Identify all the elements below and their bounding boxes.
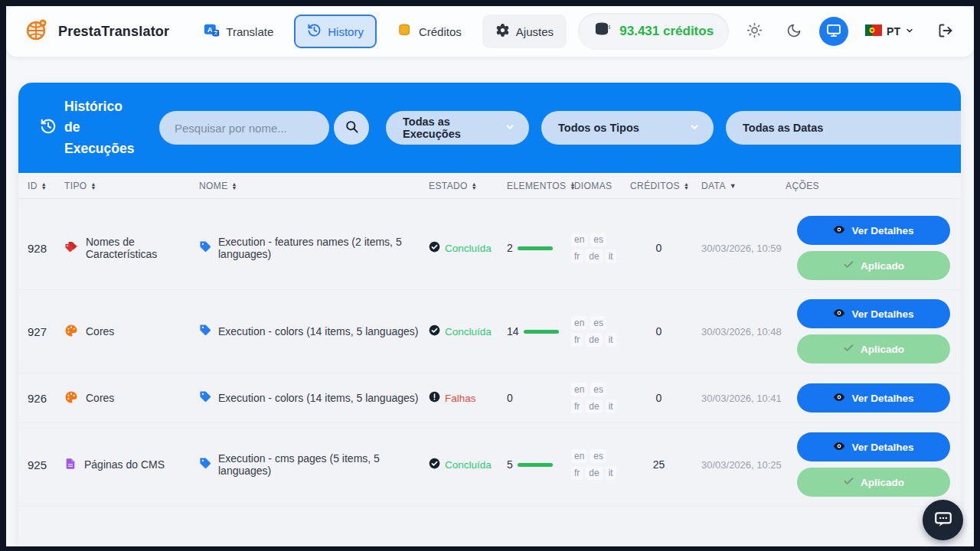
chevron-down-icon (689, 122, 700, 135)
nav-right-group: 93.431 créditos (578, 13, 960, 50)
search-input[interactable] (159, 111, 329, 145)
nav-item-label: Translate (226, 25, 273, 38)
search-button[interactable] (334, 111, 369, 145)
applied-button[interactable]: Aplicado (797, 334, 950, 364)
row-credits: 0 (630, 392, 701, 404)
cms-page-icon (64, 457, 77, 473)
filter-types-dropdown[interactable]: Todos os Tipos (541, 111, 714, 145)
nav-item-credits[interactable]: Créditos (384, 15, 475, 49)
row-credits: 0 (630, 325, 701, 337)
table-row: 927 Cores Executio (18, 290, 961, 373)
page-title: Histórico de Execuções (64, 96, 141, 158)
sort-desc-icon: ▼ (730, 182, 737, 190)
row-name-label: Execution - features names (2 items, 5 l… (218, 236, 429, 260)
column-header-creditos[interactable]: CRÉDITOS ▲▼ (630, 181, 701, 191)
nav-menu: A Translate History (191, 14, 567, 49)
nav-item-history[interactable]: History (294, 15, 377, 48)
column-header-tipo[interactable]: TIPO ▲▼ (64, 181, 199, 191)
column-header-acoes: AÇÕES (786, 181, 952, 191)
eye-icon (833, 440, 845, 455)
row-type-label: Páginas do CMS (84, 458, 165, 471)
check-icon (843, 342, 854, 356)
chevron-down-icon (505, 122, 515, 135)
nav-item-label: Créditos (419, 25, 462, 38)
gear-icon (495, 23, 510, 40)
language-code: PT (887, 25, 900, 37)
row-name-label: Execution - colors (14 items, 5 language… (218, 325, 418, 337)
applied-button[interactable]: Aplicado (797, 251, 950, 280)
row-languages: en es fr de it (571, 449, 619, 480)
chat-bubble-icon (933, 509, 953, 531)
chevron-down-icon (905, 24, 914, 38)
history-panel-header: Histórico de Execuções Todas as Execuçõe… (18, 83, 961, 173)
row-name-label: Execution - cms pages (5 items, 5 langua… (218, 452, 429, 477)
row-date: 30/03/2026, 10:48 (701, 326, 786, 337)
credits-balance-pill[interactable]: 93.431 créditos (578, 13, 729, 50)
nav-item-label: History (328, 25, 364, 38)
row-date: 30/03/2026, 10:41 (701, 393, 786, 404)
row-id: 927 (28, 325, 64, 338)
brand-link[interactable]: PrestaTranslator (24, 18, 169, 45)
logout-button[interactable] (931, 17, 960, 46)
language-selector[interactable]: PT (859, 20, 920, 44)
progress-bar (524, 330, 559, 334)
applied-button[interactable]: Aplicado (797, 468, 950, 497)
table-header-row: ID ▲▼ TIPO ▲▼ NOME ▲▼ ESTADO ▲▼ ELEMENTO… (18, 173, 961, 199)
top-navbar: PrestaTranslator A Translate (6, 6, 974, 57)
moon-icon (786, 23, 802, 41)
check-circle-icon (429, 324, 440, 338)
history-icon (307, 23, 322, 40)
view-details-button[interactable]: Ver Detalhes (797, 299, 950, 328)
check-circle-icon (429, 241, 440, 255)
filter-executions-value: Todas as Execuções (403, 116, 494, 140)
monitor-icon (826, 23, 841, 41)
column-header-estado[interactable]: ESTADO ▲▼ (429, 181, 507, 191)
sun-icon (746, 22, 763, 41)
row-credits: 25 (630, 458, 701, 471)
row-id: 926 (28, 392, 64, 405)
progress-bar (518, 463, 553, 467)
view-details-button[interactable]: Ver Detalhes (797, 383, 950, 412)
nav-item-settings[interactable]: Ajustes (482, 15, 567, 48)
column-header-nome[interactable]: NOME ▲▼ (199, 181, 429, 191)
check-icon (843, 259, 854, 272)
page: PrestaTranslator A Translate (6, 6, 974, 546)
table-row: 925 Páginas do CMS (18, 423, 961, 507)
theme-light-button[interactable] (740, 17, 769, 46)
theme-system-button[interactable] (819, 17, 848, 46)
row-type-label: Cores (86, 392, 114, 404)
nav-item-translate[interactable]: A Translate (191, 14, 286, 49)
nav-item-label: Ajustes (516, 25, 554, 38)
chat-support-button[interactable] (923, 500, 963, 540)
row-type-label: Nomes de Características (86, 236, 199, 260)
view-details-button[interactable]: Ver Detalhes (797, 216, 950, 245)
sort-icon: ▲▼ (41, 182, 47, 190)
row-elements-count: 2 (507, 242, 513, 254)
sort-icon: ▲▼ (684, 182, 689, 190)
column-header-id[interactable]: ID ▲▼ (28, 181, 64, 191)
table-row: 928 Nomes de Características (18, 199, 961, 290)
coins-dark-icon (593, 21, 612, 42)
theme-dark-button[interactable] (779, 17, 808, 46)
row-status-label: Concluída (445, 459, 492, 471)
tag-icon (199, 240, 212, 256)
filter-dates-input[interactable]: Todas as Datas (726, 111, 961, 145)
portugal-flag-icon (865, 24, 882, 39)
filter-executions-dropdown[interactable]: Todas as Execuções (386, 111, 529, 145)
column-header-elementos[interactable]: ELEMENTOS ▲▼ (507, 181, 571, 191)
column-header-data[interactable]: DATA ▼ (701, 181, 786, 191)
palette-icon (64, 324, 78, 340)
row-status-label: Falhas (445, 393, 476, 404)
tag-icon (199, 457, 212, 472)
eye-icon (833, 307, 845, 321)
search-icon (345, 119, 359, 136)
row-status-label: Concluída (445, 243, 492, 254)
eye-icon (833, 223, 845, 238)
filter-dates-value: Todas as Datas (743, 122, 823, 134)
palette-icon (64, 390, 78, 406)
view-details-button[interactable]: Ver Detalhes (797, 432, 950, 461)
brand-name: PrestaTranslator (58, 24, 169, 40)
row-type-label: Cores (86, 325, 114, 337)
row-languages: en es fr de it (571, 383, 619, 413)
filter-types-value: Todos os Tipos (558, 122, 639, 134)
